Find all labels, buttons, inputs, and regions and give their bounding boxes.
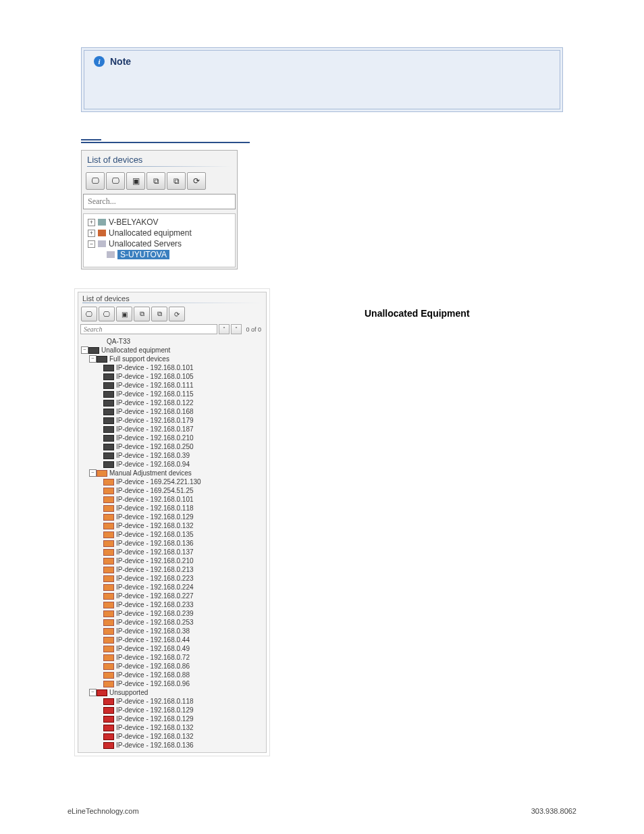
- toolbar-button[interactable]: 🖵: [99, 307, 115, 321]
- tree-row[interactable]: IP-device - 192.168.0.227: [81, 592, 263, 600]
- device-icon: [103, 435, 114, 442]
- divider: [81, 139, 101, 140]
- tree-row[interactable]: IP-device - 169.254.51.25: [81, 486, 263, 495]
- device-tree[interactable]: +V-BELYAKOV +Unallocated equipment −Unal…: [83, 213, 236, 267]
- device-icon: [103, 488, 114, 494]
- search-result-count: 0 of 0: [243, 324, 264, 334]
- tree-item-label: IP-device - 192.168.0.250: [116, 442, 263, 451]
- tree-row[interactable]: IP-device - 192.168.0.210: [81, 556, 263, 565]
- tree-item-label: IP-device - 192.168.0.239: [116, 609, 263, 618]
- toolbar-button-5[interactable]: ⧉: [167, 172, 186, 190]
- tree-item-label: IP-device - 192.168.0.129: [116, 714, 263, 723]
- tree-row[interactable]: IP-device - 192.168.0.136: [81, 741, 263, 750]
- screenshot-frame: List of devices 🖵 🖵 ▣ ⧉ ⧉ ⟳ ˄ ˅ 0 of 0 Q…: [74, 288, 270, 756]
- tree-row[interactable]: IP-device - 192.168.0.168: [81, 407, 263, 416]
- device-icon: [103, 707, 114, 714]
- tree-row[interactable]: IP-device - 192.168.0.38: [81, 627, 263, 635]
- tree-row[interactable]: IP-device - 192.168.0.223: [81, 574, 263, 583]
- device-icon: [103, 549, 114, 556]
- tree-item-label: IP-device - 192.168.0.137: [116, 548, 263, 556]
- search-input[interactable]: [83, 194, 236, 209]
- device-icon: [103, 505, 114, 512]
- tree-row[interactable]: IP-device - 192.168.0.49: [81, 644, 263, 653]
- tree-row[interactable]: IP-device - 192.168.0.132: [81, 521, 263, 530]
- tree-item[interactable]: Unallocated Servers: [109, 239, 182, 249]
- tree-row[interactable]: IP-device - 192.168.0.135: [81, 530, 263, 539]
- expand-icon[interactable]: −: [89, 689, 97, 696]
- tree-row[interactable]: IP-device - 192.168.0.118: [81, 697, 263, 706]
- device-icon: [103, 725, 114, 731]
- tree-row[interactable]: IP-device - 192.168.0.210: [81, 434, 263, 442]
- device-tree[interactable]: QA-T33−Unallocated equipment−Full suppor…: [78, 336, 266, 752]
- tree-row[interactable]: −Unsupported: [81, 688, 263, 697]
- tree-row[interactable]: IP-device - 192.168.0.122: [81, 398, 263, 407]
- tree-row[interactable]: IP-device - 192.168.0.129: [81, 714, 263, 723]
- tree-item-label: IP-device - 192.168.0.253: [116, 618, 263, 627]
- tree-row[interactable]: IP-device - 192.168.0.115: [81, 390, 263, 398]
- tree-row[interactable]: IP-device - 192.168.0.187: [81, 425, 263, 434]
- expand-icon[interactable]: −: [81, 346, 88, 354]
- toolbar-button-3[interactable]: ▣: [126, 172, 145, 190]
- tree-row[interactable]: −Unallocated equipment: [81, 346, 263, 355]
- tree-item-label: Unsupported: [109, 688, 263, 697]
- toolbar-button-6[interactable]: ⟳: [187, 172, 206, 190]
- search-prev-button[interactable]: ˄: [219, 324, 230, 334]
- tree-row[interactable]: IP-device - 192.168.0.233: [81, 600, 263, 609]
- tree-row[interactable]: IP-device - 192.168.0.72: [81, 653, 263, 662]
- equipment-icon: [98, 230, 106, 236]
- toolbar-button-4[interactable]: ⧉: [146, 172, 165, 190]
- tree-item-label: IP-device - 192.168.0.233: [116, 600, 263, 609]
- tree-row[interactable]: IP-device - 192.168.0.94: [81, 460, 263, 469]
- search-input[interactable]: [80, 324, 217, 334]
- tree-row[interactable]: IP-device - 192.168.0.213: [81, 565, 263, 574]
- tree-row[interactable]: IP-device - 192.168.0.132: [81, 732, 263, 741]
- tree-row[interactable]: IP-device - 192.168.0.111: [81, 381, 263, 390]
- tree-item[interactable]: V-BELYAKOV: [109, 217, 159, 227]
- tree-row[interactable]: −Full support devices: [81, 355, 263, 363]
- tree-row[interactable]: IP-device - 192.168.0.105: [81, 372, 263, 381]
- toolbar-button-2[interactable]: 🖵: [106, 172, 125, 190]
- tree-row[interactable]: IP-device - 192.168.0.101: [81, 363, 263, 372]
- tree-row[interactable]: IP-device - 169.254.221.130: [81, 477, 263, 486]
- tree-row[interactable]: QA-T33: [81, 337, 263, 346]
- tree-row[interactable]: IP-device - 192.168.0.179: [81, 416, 263, 425]
- device-icon: [103, 479, 114, 486]
- tree-row[interactable]: IP-device - 192.168.0.132: [81, 723, 263, 732]
- toolbar-button[interactable]: ⟳: [169, 307, 185, 321]
- toolbar-button[interactable]: ⧉: [151, 307, 167, 321]
- tree-row[interactable]: IP-device - 192.168.0.250: [81, 442, 263, 451]
- tree-row[interactable]: IP-device - 192.168.0.129: [81, 513, 263, 521]
- panel-title: List of devices: [78, 292, 266, 303]
- toolbar-button[interactable]: ⧉: [134, 307, 150, 321]
- tree-row[interactable]: IP-device - 192.168.0.44: [81, 635, 263, 644]
- device-icon: [103, 575, 114, 582]
- tree-item[interactable]: Unallocated equipment: [109, 228, 192, 238]
- tree-row[interactable]: IP-device - 192.168.0.88: [81, 671, 263, 679]
- tree-item-label: IP-device - 169.254.51.25: [116, 486, 263, 495]
- tree-row[interactable]: IP-device - 192.168.0.118: [81, 504, 263, 513]
- search-next-button[interactable]: ˅: [231, 324, 242, 334]
- toolbar-button[interactable]: 🖵: [81, 307, 97, 321]
- info-icon: i: [94, 56, 105, 67]
- server-icon: [107, 251, 115, 258]
- devices-panel: List of devices 🖵 🖵 ▣ ⧉ ⧉ ⟳ +V-BELYAKOV …: [81, 150, 238, 269]
- tree-row[interactable]: IP-device - 192.168.0.39: [81, 451, 263, 460]
- tree-row[interactable]: IP-device - 192.168.0.86: [81, 662, 263, 671]
- tree-row[interactable]: IP-device - 192.168.0.136: [81, 539, 263, 548]
- toolbar-button-1[interactable]: 🖵: [86, 172, 105, 190]
- toolbar-button[interactable]: ▣: [116, 307, 132, 321]
- tree-row[interactable]: IP-device - 192.168.0.96: [81, 679, 263, 688]
- expand-icon[interactable]: −: [89, 469, 97, 477]
- tree-row[interactable]: IP-device - 192.168.0.137: [81, 548, 263, 556]
- tree-row[interactable]: IP-device - 192.168.0.239: [81, 609, 263, 618]
- tree-row[interactable]: IP-device - 192.168.0.101: [81, 495, 263, 504]
- tree-row[interactable]: IP-device - 192.168.0.224: [81, 583, 263, 592]
- device-icon: [88, 347, 99, 354]
- tree-row[interactable]: IP-device - 192.168.0.129: [81, 706, 263, 714]
- tree-row[interactable]: −Manual Adjustment devices: [81, 469, 263, 477]
- device-icon: [97, 470, 107, 477]
- tree-item-selected[interactable]: S-UYUTOVA: [117, 250, 169, 259]
- tree-item-label: IP-device - 192.168.0.187: [116, 425, 263, 434]
- tree-row[interactable]: IP-device - 192.168.0.253: [81, 618, 263, 627]
- expand-icon[interactable]: −: [89, 355, 97, 363]
